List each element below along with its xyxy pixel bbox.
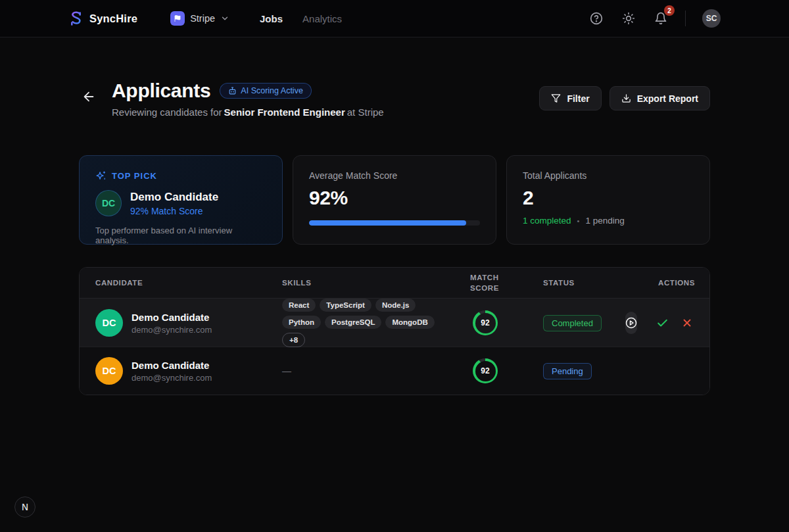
- theme-toggle-button[interactable]: [621, 11, 636, 26]
- skills-more-pill: +8: [282, 333, 305, 347]
- total-applicants-card: Total Applicants 2 1 completed • 1 pendi…: [506, 155, 710, 245]
- applicants-table: Candidate Skills Match Score Status Acti…: [79, 267, 710, 395]
- subtitle-job-title: Senior Frontend Engineer: [224, 107, 345, 118]
- table-row[interactable]: DC Demo Candidate demo@synchire.com Reac…: [80, 299, 709, 347]
- x-icon: [681, 317, 693, 329]
- nav-divider: [685, 11, 686, 26]
- page-header: Applicants AI Scoring Active Reviewing c…: [79, 80, 710, 118]
- candidate-name: Demo Candidate: [132, 312, 212, 323]
- filter-button[interactable]: Filter: [539, 86, 601, 110]
- skill-pill: PostgreSQL: [325, 316, 381, 329]
- sun-icon: [622, 12, 635, 25]
- chevron-down-icon: [220, 14, 229, 23]
- page-subtitle: Reviewing candidates forSenior Frontend …: [112, 107, 384, 118]
- company-selector[interactable]: Stripe: [165, 7, 235, 30]
- top-pick-label: TOP PICK: [112, 171, 157, 181]
- skills-empty-dash: —: [282, 366, 291, 376]
- top-pick-card: TOP PICK DC Demo Candidate 92% Match Sco…: [79, 155, 283, 245]
- nav-links: Jobs Analytics: [260, 13, 342, 24]
- match-score-value: 92: [475, 361, 496, 381]
- nextjs-dev-badge[interactable]: N: [14, 496, 36, 518]
- user-avatar[interactable]: SC: [702, 9, 721, 28]
- status-badge: Pending: [543, 363, 592, 379]
- average-match-value: 92%: [309, 187, 480, 209]
- filter-button-label: Filter: [567, 93, 589, 104]
- candidate-avatar: DC: [95, 309, 123, 337]
- skills-list: React TypeScript Node.js Python PostgreS…: [282, 299, 440, 347]
- candidate-email: demo@synchire.com: [132, 373, 212, 383]
- company-icon: [170, 11, 185, 26]
- synchire-logo-icon: [68, 10, 84, 28]
- approve-button[interactable]: [654, 315, 671, 331]
- match-progress-bar: [309, 220, 480, 226]
- check-icon: [656, 317, 669, 329]
- skill-pill: MongoDB: [385, 316, 434, 329]
- brand-name: SyncHire: [89, 12, 137, 25]
- top-pick-avatar: DC: [95, 190, 122, 216]
- total-applicants-label: Total Applicants: [523, 170, 694, 181]
- top-pick-score: 92% Match Score: [130, 206, 218, 216]
- average-match-card: Average Match Score 92%: [293, 155, 496, 245]
- bot-icon: [228, 87, 237, 95]
- pending-count: 1 pending: [585, 216, 624, 226]
- help-button[interactable]: [588, 11, 604, 26]
- skill-pill: TypeScript: [320, 299, 371, 312]
- match-progress-fill: [309, 220, 466, 226]
- back-button[interactable]: [79, 87, 99, 107]
- filter-icon: [551, 93, 561, 103]
- average-match-label: Average Match Score: [309, 170, 480, 181]
- notification-count-badge: 2: [664, 5, 675, 16]
- match-score-value: 92: [475, 313, 496, 333]
- download-icon: [621, 93, 631, 103]
- skill-pill: Python: [282, 316, 321, 329]
- play-recording-button[interactable]: [625, 312, 637, 334]
- completed-count: 1 completed: [523, 216, 571, 226]
- applicants-page: SyncHire Stripe Jobs Analytics: [0, 0, 789, 532]
- ai-scoring-badge: AI Scoring Active: [220, 83, 312, 99]
- subtitle-prefix: Reviewing candidates for: [112, 107, 222, 118]
- stats-section: TOP PICK DC Demo Candidate 92% Match Sco…: [79, 155, 710, 245]
- match-score-ring: 92: [473, 310, 498, 335]
- match-score-ring: 92: [473, 358, 498, 383]
- col-header-candidate: Candidate: [95, 279, 282, 287]
- top-navbar: SyncHire Stripe Jobs Analytics: [0, 0, 789, 37]
- ai-scoring-badge-label: AI Scoring Active: [241, 86, 303, 95]
- export-report-button[interactable]: Export Report: [610, 86, 710, 110]
- company-name: Stripe: [190, 13, 215, 24]
- nav-link-analytics[interactable]: Analytics: [302, 13, 342, 24]
- skill-pill: React: [282, 299, 316, 312]
- help-icon: [590, 12, 603, 25]
- nav-link-jobs[interactable]: Jobs: [260, 13, 283, 24]
- page-title: Applicants: [112, 80, 210, 102]
- status-badge: Completed: [543, 315, 602, 331]
- brand-logo[interactable]: SyncHire: [68, 10, 137, 28]
- meta-separator: •: [577, 217, 580, 225]
- export-button-label: Export Report: [637, 93, 698, 104]
- col-header-status: Status: [533, 279, 632, 287]
- table-header-row: Candidate Skills Match Score Status Acti…: [80, 268, 709, 299]
- arrow-left-icon: [82, 89, 96, 104]
- subtitle-suffix: at Stripe: [347, 107, 384, 118]
- notifications-button[interactable]: 2: [653, 11, 669, 26]
- main-content: Applicants AI Scoring Active Reviewing c…: [79, 37, 710, 395]
- top-pick-description: Top performer based on AI interview anal…: [95, 226, 266, 245]
- candidate-email: demo@synchire.com: [132, 325, 212, 335]
- candidate-avatar: DC: [95, 357, 123, 385]
- play-circle-icon: [625, 317, 637, 329]
- table-row[interactable]: DC Demo Candidate demo@synchire.com — 92…: [80, 347, 709, 395]
- candidate-name: Demo Candidate: [132, 360, 212, 371]
- reject-button[interactable]: [679, 315, 695, 331]
- col-header-actions: Actions: [632, 279, 695, 287]
- col-header-match-score: Match Score: [461, 272, 502, 293]
- total-applicants-value: 2: [523, 187, 694, 209]
- col-header-skills: Skills: [282, 279, 461, 287]
- top-pick-name: Demo Candidate: [130, 191, 218, 204]
- skill-pill: Node.js: [375, 299, 416, 312]
- sparkles-icon: [95, 170, 107, 181]
